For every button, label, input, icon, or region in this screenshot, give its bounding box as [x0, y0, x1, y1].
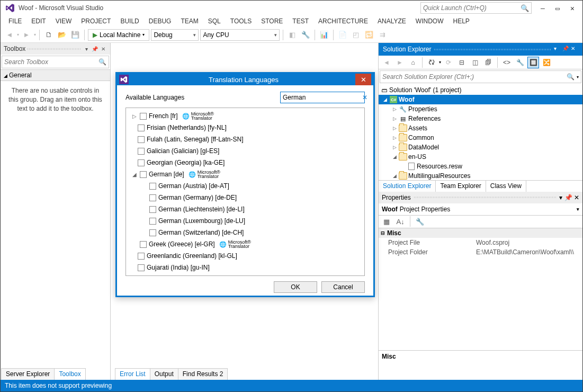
tool-6[interactable]: 🔁 [363, 29, 375, 41]
expand-icon[interactable]: ▷ [391, 135, 398, 140]
toolbox-search[interactable]: 🔍 [2, 56, 109, 68]
nav-back-button[interactable]: ◄ [4, 29, 15, 41]
panel-dropdown-icon[interactable]: ▾ [559, 194, 562, 201]
checkbox[interactable] [149, 183, 156, 190]
tree-project-woof[interactable]: ◢ C# Woof [379, 95, 582, 104]
lang-german-de[interactable]: German (Germany) [de-DE] [127, 192, 363, 203]
lang-german-lu[interactable]: German (Luxembourg) [de-LU] [127, 215, 363, 227]
toolbox-general-group[interactable]: ◢General [1, 69, 110, 81]
checkbox[interactable] [138, 253, 145, 260]
maximize-button[interactable]: ▭ [554, 4, 561, 12]
tree-references[interactable]: ▷ ▤ References [379, 114, 582, 123]
expand-icon[interactable]: ▷ [131, 113, 138, 119]
tab-server-explorer[interactable]: Server Explorer [1, 368, 55, 380]
menu-view[interactable]: VIEW [51, 16, 77, 26]
close-panel-icon[interactable]: ✕ [574, 194, 579, 201]
panel-dropdown-icon[interactable]: ▾ [554, 46, 561, 53]
menu-analyze[interactable]: ANALYZE [373, 16, 411, 26]
checkbox[interactable] [140, 241, 147, 248]
language-tree[interactable]: ▷ French [fr] 🌐Microsoft®Translator Fris… [126, 108, 364, 275]
menu-test[interactable]: TEST [288, 16, 313, 26]
close-button[interactable]: ✕ [569, 4, 576, 12]
categorized-icon[interactable]: ▦ [381, 216, 392, 227]
dialog-titlebar[interactable]: Translation Languages ✕ [117, 74, 373, 85]
sync-icon[interactable]: ⟳ [443, 57, 454, 68]
tool-7[interactable]: ⇉ [376, 29, 388, 41]
dialog-close-button[interactable]: ✕ [355, 74, 371, 85]
lang-greek[interactable]: ▷ Greek (Greece) [el-GR] 🌐Microsoft®Tran… [127, 238, 363, 250]
tree-common[interactable]: ▷ Common [379, 133, 582, 142]
new-project-button[interactable]: 🗋 [43, 29, 55, 41]
cancel-button[interactable]: Cancel [321, 281, 365, 293]
tab-output[interactable]: Output [150, 368, 178, 380]
chevron-down-icon[interactable]: ▾ [577, 207, 579, 212]
platform-combo[interactable]: Any CPU▾ [200, 29, 280, 41]
tree-assets[interactable]: ▷ Assets [379, 123, 582, 133]
menu-build[interactable]: BUILD [115, 16, 143, 26]
menu-edit[interactable]: EDIT [26, 16, 50, 26]
menu-team[interactable]: TEAM [176, 16, 203, 26]
menu-help[interactable]: HELP [449, 16, 474, 26]
collapse-icon[interactable]: ◢ [131, 172, 138, 177]
tab-error-list[interactable]: Error List [115, 368, 150, 380]
tab-solution-explorer[interactable]: Solution Explorer [379, 181, 436, 192]
menu-file[interactable]: FILE [4, 16, 26, 26]
lang-german-ch[interactable]: German (Switzerland) [de-CH] [127, 227, 363, 238]
language-search-input[interactable] [283, 94, 362, 101]
preview-icon[interactable]: 🔲 [527, 57, 539, 68]
solution-search-input[interactable] [382, 73, 567, 81]
tree-solution-root[interactable]: 🗃 Solution 'Woof' (1 project) [379, 85, 582, 95]
category-misc[interactable]: ⊟Misc [379, 228, 582, 238]
lang-german-li[interactable]: German (Liechtenstein) [de-LI] [127, 203, 363, 215]
checkbox[interactable] [149, 206, 156, 213]
checkbox[interactable] [138, 136, 145, 143]
checkbox[interactable] [138, 148, 145, 155]
solution-tree[interactable]: 🗃 Solution 'Woof' (1 project) ◢ C# Woof … [379, 84, 582, 180]
menu-project[interactable]: PROJECT [76, 16, 115, 26]
lang-french[interactable]: ▷ French [fr] 🌐Microsoft®Translator [127, 110, 363, 122]
prop-project-folder[interactable]: Project Folder E:\MATBuild\Cameron\Woof\… [379, 247, 582, 257]
lang-german[interactable]: ◢ German [de] 🌐Microsoft®Translator [127, 168, 363, 180]
collapse-icon[interactable]: ◢ [391, 154, 398, 159]
expand-icon[interactable]: ▷ [391, 145, 398, 150]
menu-debug[interactable]: DEBUG [144, 16, 176, 26]
clear-icon[interactable]: ✕ [362, 94, 367, 101]
checkbox[interactable] [149, 229, 156, 236]
lang-gujarati[interactable]: Gujarati (India) [gu-IN] [127, 262, 363, 273]
open-file-button[interactable]: 📂 [56, 29, 68, 41]
checkbox[interactable] [138, 159, 145, 166]
lang-german-at[interactable]: German (Austria) [de-AT] [127, 180, 363, 192]
close-panel-icon[interactable]: ✕ [100, 45, 107, 52]
tool-1[interactable]: ◧ [286, 29, 298, 41]
quicklaunch-box[interactable]: 🔍 [420, 2, 532, 14]
menu-tools[interactable]: TOOLS [226, 16, 256, 26]
pin-icon[interactable]: 📌 [564, 194, 572, 201]
save-button[interactable]: 💾 [69, 29, 81, 41]
menu-sql[interactable]: SQL [203, 16, 226, 26]
tree-multilingual[interactable]: ◢ MultilingualResources [379, 171, 582, 180]
show-all-icon[interactable]: ◫ [469, 57, 481, 68]
home-icon[interactable]: ⌂ [407, 57, 419, 68]
checkbox[interactable] [140, 113, 147, 120]
tree-properties[interactable]: ▷ 🔧 Properties [379, 104, 582, 114]
panel-dropdown-icon[interactable]: ▾ [83, 45, 90, 52]
tool-4[interactable]: 📄 [337, 29, 348, 41]
tool-5[interactable]: ◰ [350, 29, 362, 41]
pin-icon[interactable]: 📌 [91, 45, 98, 52]
tab-find-results[interactable]: Find Results 2 [178, 368, 228, 380]
collapse-icon[interactable]: ◢ [391, 173, 398, 179]
solution-search[interactable]: 🔍 ▾ [380, 70, 581, 83]
prop-project-file[interactable]: Project File Woof.csproj [379, 238, 582, 247]
menu-architecture[interactable]: ARCHITECTURE [313, 16, 373, 26]
refresh-icon[interactable]: 🗘 [426, 57, 437, 68]
properties-icon[interactable]: 🔧 [514, 57, 526, 68]
collapse-icon[interactable]: ⊟ [456, 57, 468, 68]
alphabetical-icon[interactable]: A↓ [394, 216, 406, 227]
lang-greenlandic[interactable]: Greenlandic (Greenland) [kl-GL] [127, 250, 363, 262]
checkbox[interactable] [138, 124, 145, 131]
properties-object[interactable]: Woof Project Properties ▾ [379, 203, 582, 216]
lang-frisian[interactable]: Frisian (Netherlands) [fy-NL] [127, 122, 363, 133]
lang-georgian[interactable]: Georgian (Georgia) [ka-GE] [127, 157, 363, 168]
wrench-icon[interactable]: 🔧 [414, 216, 426, 227]
tree-datamodel[interactable]: ▷ DataModel [379, 142, 582, 152]
